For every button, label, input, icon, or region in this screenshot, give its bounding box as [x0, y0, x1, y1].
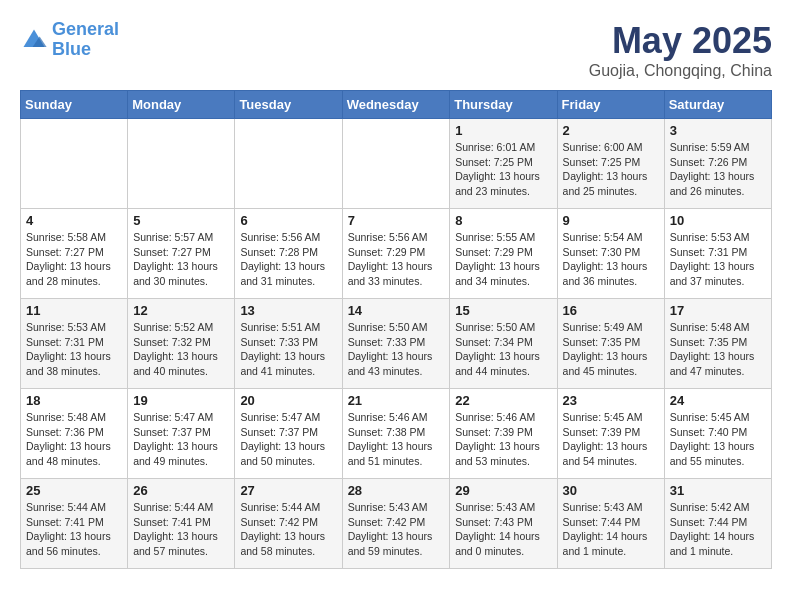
day-number: 2 — [563, 123, 659, 138]
week-row-4: 18Sunrise: 5:48 AMSunset: 7:36 PMDayligh… — [21, 389, 772, 479]
day-number: 8 — [455, 213, 551, 228]
day-cell — [128, 119, 235, 209]
day-number: 24 — [670, 393, 766, 408]
day-info: Sunrise: 5:51 AMSunset: 7:33 PMDaylight:… — [240, 320, 336, 379]
day-cell: 31Sunrise: 5:42 AMSunset: 7:44 PMDayligh… — [664, 479, 771, 569]
day-info: Sunrise: 5:43 AMSunset: 7:42 PMDaylight:… — [348, 500, 445, 559]
day-info: Sunrise: 5:54 AMSunset: 7:30 PMDaylight:… — [563, 230, 659, 289]
day-info: Sunrise: 5:43 AMSunset: 7:44 PMDaylight:… — [563, 500, 659, 559]
day-number: 27 — [240, 483, 336, 498]
day-number: 5 — [133, 213, 229, 228]
day-cell: 5Sunrise: 5:57 AMSunset: 7:27 PMDaylight… — [128, 209, 235, 299]
day-cell: 20Sunrise: 5:47 AMSunset: 7:37 PMDayligh… — [235, 389, 342, 479]
day-cell: 17Sunrise: 5:48 AMSunset: 7:35 PMDayligh… — [664, 299, 771, 389]
day-info: Sunrise: 5:45 AMSunset: 7:40 PMDaylight:… — [670, 410, 766, 469]
header-cell-friday: Friday — [557, 91, 664, 119]
week-row-5: 25Sunrise: 5:44 AMSunset: 7:41 PMDayligh… — [21, 479, 772, 569]
day-number: 13 — [240, 303, 336, 318]
day-cell: 29Sunrise: 5:43 AMSunset: 7:43 PMDayligh… — [450, 479, 557, 569]
day-info: Sunrise: 5:44 AMSunset: 7:41 PMDaylight:… — [26, 500, 122, 559]
day-number: 16 — [563, 303, 659, 318]
day-number: 30 — [563, 483, 659, 498]
day-cell: 10Sunrise: 5:53 AMSunset: 7:31 PMDayligh… — [664, 209, 771, 299]
week-row-1: 1Sunrise: 6:01 AMSunset: 7:25 PMDaylight… — [21, 119, 772, 209]
day-number: 23 — [563, 393, 659, 408]
day-cell: 11Sunrise: 5:53 AMSunset: 7:31 PMDayligh… — [21, 299, 128, 389]
day-info: Sunrise: 5:59 AMSunset: 7:26 PMDaylight:… — [670, 140, 766, 199]
day-info: Sunrise: 5:57 AMSunset: 7:27 PMDaylight:… — [133, 230, 229, 289]
day-cell: 9Sunrise: 5:54 AMSunset: 7:30 PMDaylight… — [557, 209, 664, 299]
day-number: 28 — [348, 483, 445, 498]
day-number: 31 — [670, 483, 766, 498]
day-cell: 30Sunrise: 5:43 AMSunset: 7:44 PMDayligh… — [557, 479, 664, 569]
header-cell-wednesday: Wednesday — [342, 91, 450, 119]
day-cell: 13Sunrise: 5:51 AMSunset: 7:33 PMDayligh… — [235, 299, 342, 389]
subtitle: Guojia, Chongqing, China — [589, 62, 772, 80]
day-number: 11 — [26, 303, 122, 318]
title-block: May 2025 Guojia, Chongqing, China — [589, 20, 772, 80]
day-number: 10 — [670, 213, 766, 228]
day-number: 4 — [26, 213, 122, 228]
day-cell: 15Sunrise: 5:50 AMSunset: 7:34 PMDayligh… — [450, 299, 557, 389]
day-cell: 3Sunrise: 5:59 AMSunset: 7:26 PMDaylight… — [664, 119, 771, 209]
day-cell: 8Sunrise: 5:55 AMSunset: 7:29 PMDaylight… — [450, 209, 557, 299]
logo-text: General Blue — [52, 20, 119, 60]
day-number: 1 — [455, 123, 551, 138]
day-info: Sunrise: 5:43 AMSunset: 7:43 PMDaylight:… — [455, 500, 551, 559]
logo-line1: General — [52, 19, 119, 39]
day-info: Sunrise: 5:53 AMSunset: 7:31 PMDaylight:… — [670, 230, 766, 289]
day-info: Sunrise: 5:50 AMSunset: 7:33 PMDaylight:… — [348, 320, 445, 379]
logo-line2: Blue — [52, 39, 91, 59]
day-cell: 4Sunrise: 5:58 AMSunset: 7:27 PMDaylight… — [21, 209, 128, 299]
day-info: Sunrise: 5:50 AMSunset: 7:34 PMDaylight:… — [455, 320, 551, 379]
day-number: 12 — [133, 303, 229, 318]
day-cell: 23Sunrise: 5:45 AMSunset: 7:39 PMDayligh… — [557, 389, 664, 479]
day-info: Sunrise: 5:44 AMSunset: 7:41 PMDaylight:… — [133, 500, 229, 559]
day-number: 15 — [455, 303, 551, 318]
calendar-table: SundayMondayTuesdayWednesdayThursdayFrid… — [20, 90, 772, 569]
day-number: 19 — [133, 393, 229, 408]
logo-icon — [20, 26, 48, 54]
day-info: Sunrise: 5:49 AMSunset: 7:35 PMDaylight:… — [563, 320, 659, 379]
week-row-3: 11Sunrise: 5:53 AMSunset: 7:31 PMDayligh… — [21, 299, 772, 389]
header-cell-monday: Monday — [128, 91, 235, 119]
day-cell: 26Sunrise: 5:44 AMSunset: 7:41 PMDayligh… — [128, 479, 235, 569]
day-number: 3 — [670, 123, 766, 138]
page-header: General Blue May 2025 Guojia, Chongqing,… — [20, 20, 772, 80]
day-number: 29 — [455, 483, 551, 498]
day-cell: 24Sunrise: 5:45 AMSunset: 7:40 PMDayligh… — [664, 389, 771, 479]
day-cell: 16Sunrise: 5:49 AMSunset: 7:35 PMDayligh… — [557, 299, 664, 389]
day-info: Sunrise: 6:01 AMSunset: 7:25 PMDaylight:… — [455, 140, 551, 199]
day-number: 7 — [348, 213, 445, 228]
day-info: Sunrise: 5:45 AMSunset: 7:39 PMDaylight:… — [563, 410, 659, 469]
day-cell: 25Sunrise: 5:44 AMSunset: 7:41 PMDayligh… — [21, 479, 128, 569]
day-info: Sunrise: 5:56 AMSunset: 7:28 PMDaylight:… — [240, 230, 336, 289]
day-number: 9 — [563, 213, 659, 228]
day-info: Sunrise: 5:56 AMSunset: 7:29 PMDaylight:… — [348, 230, 445, 289]
day-info: Sunrise: 5:55 AMSunset: 7:29 PMDaylight:… — [455, 230, 551, 289]
day-info: Sunrise: 5:42 AMSunset: 7:44 PMDaylight:… — [670, 500, 766, 559]
day-number: 20 — [240, 393, 336, 408]
day-number: 22 — [455, 393, 551, 408]
day-info: Sunrise: 5:52 AMSunset: 7:32 PMDaylight:… — [133, 320, 229, 379]
day-cell — [21, 119, 128, 209]
day-cell: 1Sunrise: 6:01 AMSunset: 7:25 PMDaylight… — [450, 119, 557, 209]
header-cell-sunday: Sunday — [21, 91, 128, 119]
day-info: Sunrise: 5:53 AMSunset: 7:31 PMDaylight:… — [26, 320, 122, 379]
day-cell: 18Sunrise: 5:48 AMSunset: 7:36 PMDayligh… — [21, 389, 128, 479]
day-info: Sunrise: 5:48 AMSunset: 7:35 PMDaylight:… — [670, 320, 766, 379]
day-number: 6 — [240, 213, 336, 228]
header-cell-tuesday: Tuesday — [235, 91, 342, 119]
day-cell: 14Sunrise: 5:50 AMSunset: 7:33 PMDayligh… — [342, 299, 450, 389]
header-row: SundayMondayTuesdayWednesdayThursdayFrid… — [21, 91, 772, 119]
main-title: May 2025 — [589, 20, 772, 62]
day-number: 17 — [670, 303, 766, 318]
day-cell — [342, 119, 450, 209]
day-number: 18 — [26, 393, 122, 408]
day-info: Sunrise: 5:47 AMSunset: 7:37 PMDaylight:… — [240, 410, 336, 469]
day-info: Sunrise: 5:47 AMSunset: 7:37 PMDaylight:… — [133, 410, 229, 469]
day-info: Sunrise: 5:48 AMSunset: 7:36 PMDaylight:… — [26, 410, 122, 469]
header-cell-thursday: Thursday — [450, 91, 557, 119]
calendar-header: SundayMondayTuesdayWednesdayThursdayFrid… — [21, 91, 772, 119]
day-cell: 27Sunrise: 5:44 AMSunset: 7:42 PMDayligh… — [235, 479, 342, 569]
